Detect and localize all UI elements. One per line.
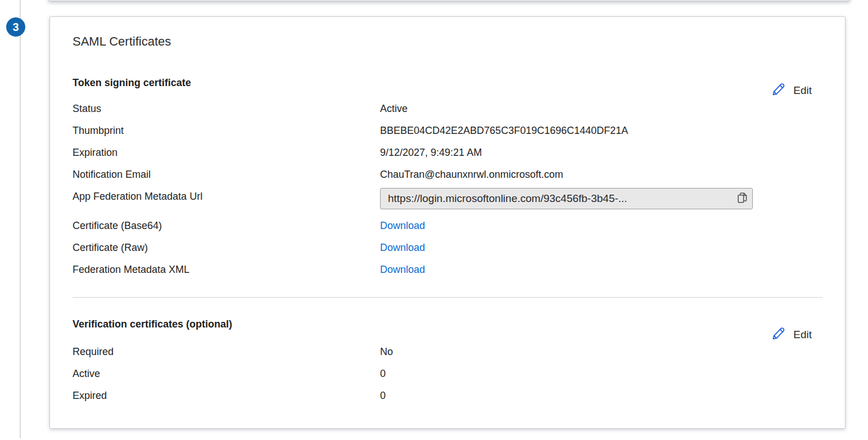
- active-count-value: 0: [380, 367, 386, 380]
- step-number: 3: [12, 21, 19, 34]
- row-label: Required: [73, 345, 380, 358]
- status-value: Active: [380, 102, 408, 115]
- row-label: Active: [73, 367, 380, 380]
- row-label: Thumbprint: [73, 124, 380, 137]
- verification-rows: Required No Active 0 Expired 0: [73, 345, 822, 411]
- row-thumbprint: Thumbprint BBEBE04CD42E2ABD765C3F019C169…: [73, 124, 822, 146]
- edit-button-label: Edit: [793, 84, 812, 97]
- row-label: Expired: [73, 389, 380, 402]
- section-divider: [73, 297, 822, 298]
- previous-card-edge: [48, 0, 850, 1]
- notification-email-value: ChauTran@chaunxnrwl.onmicrosoft.com: [380, 168, 563, 181]
- copy-icon: [735, 191, 749, 206]
- row-label: Notification Email: [73, 168, 380, 181]
- card-title: SAML Certificates: [73, 33, 822, 50]
- row-label: App Federation Metadata Url: [73, 190, 380, 203]
- pencil-icon: [770, 82, 786, 99]
- token-signing-rows: Status Active Thumbprint BBEBE04CD42E2AB…: [73, 102, 822, 285]
- row-app-federation-metadata-url: App Federation Metadata Url: [73, 190, 822, 219]
- row-status: Status Active: [73, 102, 822, 124]
- saml-certificates-card: SAML Certificates Edit: [49, 16, 846, 429]
- row-label: Expiration: [73, 146, 380, 159]
- row-expired-count: Expired 0: [73, 389, 822, 411]
- download-federation-metadata-xml-link[interactable]: Download: [380, 263, 425, 276]
- metadata-url-input[interactable]: [381, 192, 732, 205]
- verification-certificates-heading: Verification certificates (optional): [73, 317, 822, 331]
- step-connector-line: [20, 0, 21, 438]
- row-federation-metadata-xml: Federation Metadata XML Download: [73, 263, 822, 285]
- row-label: Certificate (Base64): [73, 219, 380, 232]
- expiration-value: 9/12/2027, 9:49:21 AM: [380, 146, 482, 159]
- copy-metadata-url-button[interactable]: [732, 188, 752, 209]
- row-certificate-raw: Certificate (Raw) Download: [73, 241, 822, 263]
- step-3-badge: 3: [6, 17, 25, 37]
- download-certificate-raw-link[interactable]: Download: [380, 241, 425, 254]
- pencil-icon: [770, 326, 786, 343]
- download-certificate-base64-link[interactable]: Download: [380, 219, 425, 232]
- edit-verification-button[interactable]: Edit: [770, 326, 812, 343]
- thumbprint-value: BBEBE04CD42E2ABD765C3F019C1696C1440DF21A: [380, 124, 628, 137]
- row-active-count: Active 0: [73, 367, 822, 389]
- row-expiration: Expiration 9/12/2027, 9:49:21 AM: [73, 146, 822, 168]
- edit-token-signing-button[interactable]: Edit: [770, 82, 812, 99]
- row-notification-email: Notification Email ChauTran@chaunxnrwl.o…: [73, 168, 822, 190]
- edit-button-label: Edit: [793, 329, 812, 341]
- saml-sso-step3-region: 3 SAML Certificates Edit: [0, 0, 868, 440]
- row-certificate-base64: Certificate (Base64) Download: [73, 219, 822, 241]
- token-signing-heading: Token signing certificate: [73, 76, 822, 89]
- expired-count-value: 0: [380, 389, 386, 402]
- row-required: Required No: [73, 345, 822, 367]
- required-value: No: [380, 345, 393, 358]
- row-label: Status: [73, 102, 380, 115]
- metadata-url-field: [380, 188, 753, 209]
- row-label: Federation Metadata XML: [73, 263, 380, 276]
- row-label: Certificate (Raw): [73, 241, 380, 254]
